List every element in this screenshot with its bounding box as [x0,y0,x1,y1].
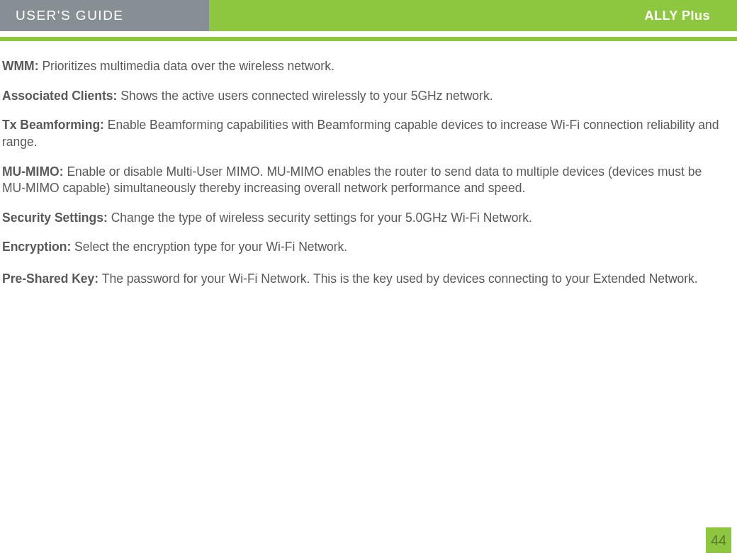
term-label: Pre-Shared Key: [2,271,99,286]
term-description: Prioritizes multimedia data over the wir… [39,59,334,73]
page-header: USER'S GUIDE ALLY Plus [0,0,737,41]
term-description: Enable Beamforming capabilities with Bea… [2,118,719,149]
header-right-panel: ALLY Plus [209,0,737,31]
term-description: The password for your Wi-Fi Network. Thi… [99,271,698,286]
definition-mu-mimo: MU-MIMO: Enable or disable Multi-User MI… [2,164,728,197]
term-description: Shows the active users connected wireles… [117,89,493,103]
definition-tx-beamforming: Tx Beamforming: Enable Beamforming capab… [2,117,728,150]
definition-associated-clients: Associated Clients: Shows the active use… [2,88,728,105]
header-chevron-divider [193,0,209,31]
term-label: MU-MIMO: [2,164,64,179]
term-label: WMM: [2,59,39,73]
term-description: Enable or disable Multi-User MIMO. MU-MI… [2,164,702,196]
term-description: Change the type of wireless security set… [108,211,532,225]
definition-security-settings: Security Settings: Change the type of wi… [2,210,728,227]
term-label: Associated Clients: [2,89,117,103]
guide-title: USER'S GUIDE [16,8,124,23]
content-body: WMM: Prioritizes multimedia data over th… [0,41,737,290]
product-name: ALLY Plus [644,9,710,23]
term-label: Tx Beamforming: [2,118,104,132]
term-description: Select the encryption type for your Wi-F… [71,240,347,254]
term-label: Encryption: [2,240,71,254]
term-label: Security Settings: [2,211,108,225]
definition-encryption: Encryption: Select the encryption type f… [2,239,728,256]
page-number-badge: 44 [706,527,731,553]
header-underline [0,37,737,41]
header-left-panel: USER'S GUIDE [0,0,209,31]
definition-wmm: WMM: Prioritizes multimedia data over th… [2,58,728,75]
page-number-value: 44 [711,532,726,549]
definition-pre-shared-key: Pre-Shared Key: The password for your Wi… [2,269,728,290]
